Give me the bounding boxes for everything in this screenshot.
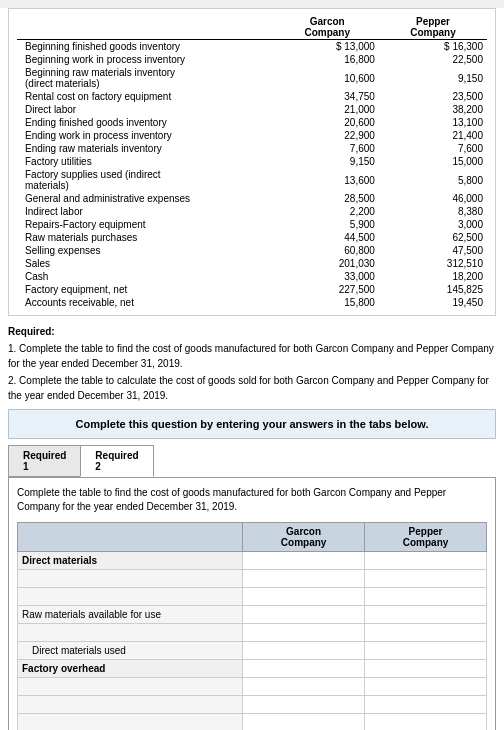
input-cell[interactable] (243, 696, 365, 714)
input-cell[interactable] (365, 624, 487, 642)
row-label: Factory equipment, net (17, 283, 276, 296)
input-cell[interactable] (243, 678, 365, 696)
garcon-value: 227,500 (276, 283, 379, 296)
pepper-value: 21,400 (379, 129, 487, 142)
input-cell[interactable] (243, 588, 365, 606)
input-cell[interactable] (243, 642, 365, 660)
tab-required-1[interactable]: Required1 (8, 445, 80, 477)
data-section: GarconCompany PepperCompany Beginning fi… (8, 8, 496, 316)
col-label-header (17, 15, 276, 40)
table-row: Sales201,030312,510 (17, 257, 487, 270)
input-cell[interactable] (365, 606, 487, 624)
table-row: Accounts receivable, net15,80019,450 (17, 296, 487, 309)
row-label: Sales (17, 257, 276, 270)
garcon-value: 34,750 (276, 90, 379, 103)
row-label: General and administrative expenses (17, 192, 276, 205)
pepper-value: 47,500 (379, 244, 487, 257)
input-cell[interactable] (243, 552, 365, 570)
garcon-value: 16,800 (276, 53, 379, 66)
row-label: Selling expenses (17, 244, 276, 257)
input-cell[interactable] (365, 642, 487, 660)
pepper-value: 38,200 (379, 103, 487, 116)
row-blank-1 (18, 570, 243, 588)
row-label: Factory supplies used (indirectmaterials… (17, 168, 276, 192)
table-row: Rental cost on factory equipment34,75023… (17, 90, 487, 103)
row-label: Indirect labor (17, 205, 276, 218)
input-cell[interactable] (365, 696, 487, 714)
table-row: Beginning work in process inventory16,80… (17, 53, 487, 66)
pepper-value: 22,500 (379, 53, 487, 66)
table-row: Factory overhead (18, 660, 487, 678)
row-direct-materials-used: Direct materials used (18, 642, 243, 660)
input-cell[interactable] (365, 660, 487, 678)
tab-description: Complete the table to find the cost of g… (17, 486, 487, 514)
table-row (18, 678, 487, 696)
garcon-value: 2,200 (276, 205, 379, 218)
row-label: Repairs-Factory equipment (17, 218, 276, 231)
pepper-value: 9,150 (379, 66, 487, 90)
reference-table: GarconCompany PepperCompany Beginning fi… (17, 15, 487, 309)
tab-required-2[interactable]: Required2 (80, 445, 153, 477)
table-row: Raw materials available for use (18, 606, 487, 624)
table-row: Ending finished goods inventory20,60013,… (17, 116, 487, 129)
garcon-value: 9,150 (276, 155, 379, 168)
pepper-value: 18,200 (379, 270, 487, 283)
tabs-container: Required1 Required2 (8, 445, 496, 477)
table-row: Ending work in process inventory22,90021… (17, 129, 487, 142)
input-cell[interactable] (243, 570, 365, 588)
input-cell[interactable] (365, 714, 487, 731)
row-label: Beginning raw materials inventory(direct… (17, 66, 276, 90)
row-label: Cash (17, 270, 276, 283)
garcon-value: 10,600 (276, 66, 379, 90)
garcon-value: 60,800 (276, 244, 379, 257)
instruction-box: Complete this question by entering your … (8, 409, 496, 439)
row-direct-materials: Direct materials (18, 552, 243, 570)
table-row: Raw materials purchases44,50062,500 (17, 231, 487, 244)
answer-col-pepper: PepperCompany (365, 523, 487, 552)
garcon-value: 201,030 (276, 257, 379, 270)
table-row: Selling expenses60,80047,500 (17, 244, 487, 257)
input-cell[interactable] (365, 552, 487, 570)
answer-col-garcon: GarconCompany (243, 523, 365, 552)
garcon-value: 22,900 (276, 129, 379, 142)
col-garcon-header: GarconCompany (276, 15, 379, 40)
input-cell[interactable] (243, 714, 365, 731)
input-cell[interactable] (243, 660, 365, 678)
table-row (18, 696, 487, 714)
table-row: Factory supplies used (indirectmaterials… (17, 168, 487, 192)
input-cell[interactable] (365, 570, 487, 588)
row-raw-materials-available: Raw materials available for use (18, 606, 243, 624)
row-label: Rental cost on factory equipment (17, 90, 276, 103)
row-label: Beginning finished goods inventory (17, 40, 276, 54)
pepper-value: 46,000 (379, 192, 487, 205)
table-row: Direct materials (18, 552, 487, 570)
garcon-value: 44,500 (276, 231, 379, 244)
pepper-value: 3,000 (379, 218, 487, 231)
garcon-value: 5,900 (276, 218, 379, 231)
table-row (18, 624, 487, 642)
pepper-value: 312,510 (379, 257, 487, 270)
pepper-value: 5,800 (379, 168, 487, 192)
row-label: Raw materials purchases (17, 231, 276, 244)
page: GarconCompany PepperCompany Beginning fi… (0, 8, 504, 730)
row-blank-3 (18, 624, 243, 642)
pepper-value: 15,000 (379, 155, 487, 168)
garcon-value: 15,800 (276, 296, 379, 309)
garcon-value: 13,600 (276, 168, 379, 192)
table-row: Factory utilities9,15015,000 (17, 155, 487, 168)
table-row: General and administrative expenses28,50… (17, 192, 487, 205)
input-cell[interactable] (243, 606, 365, 624)
table-row (18, 570, 487, 588)
answer-col-label (18, 523, 243, 552)
table-row: Repairs-Factory equipment5,9003,000 (17, 218, 487, 231)
input-cell[interactable] (365, 588, 487, 606)
row-label: Ending finished goods inventory (17, 116, 276, 129)
row-label: Ending raw materials inventory (17, 142, 276, 155)
pepper-value: 7,600 (379, 142, 487, 155)
input-cell[interactable] (243, 624, 365, 642)
pepper-value: 145,825 (379, 283, 487, 296)
pepper-value: 62,500 (379, 231, 487, 244)
tab-content: Complete the table to find the cost of g… (8, 477, 496, 730)
col-pepper-header: PepperCompany (379, 15, 487, 40)
input-cell[interactable] (365, 678, 487, 696)
